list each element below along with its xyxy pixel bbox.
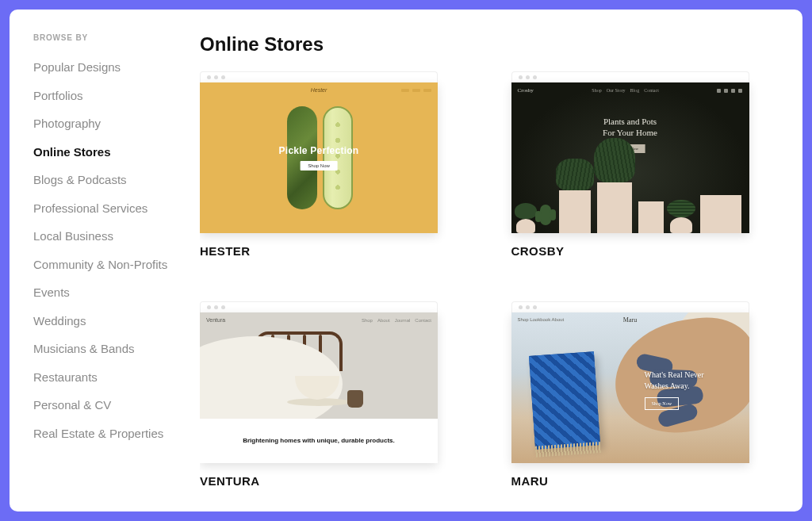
preview-headline: For Your Home [603,127,657,138]
sidebar-item[interactable]: Musicians & Bands [33,335,184,363]
preview-brand: Hester [311,87,327,93]
chrome-dot-icon [526,75,530,79]
sidebar-item[interactable]: Professional Services [33,194,184,223]
browser-chrome [511,71,749,82]
sidebar: BROWSE BY Popular DesignsPortfoliosPhoto… [33,33,200,511]
preview-menu: Shop Lookbook About [518,317,565,322]
sidebar-item[interactable]: Blogs & Podcasts [33,166,184,194]
preview-menu: Shop Our Story Blog Contact [592,88,659,93]
sidebar-item[interactable]: Weddings [33,307,184,335]
preview-headline: Washes Away. [645,381,732,392]
preview-nav: Hester [200,87,438,93]
preview-menu-item: Shop [362,318,373,323]
template-preview: Hester Pickle Perfection Shop Now [200,82,438,233]
preview-menu-item: Blog [630,88,640,93]
template-preview: Crosby Shop Our Story Blog Contact Plant… [511,82,749,233]
sidebar-item[interactable]: Events [33,278,184,307]
preview-cta-button: Shop Now [300,161,338,170]
sidebar-item[interactable]: Popular Designs [33,53,184,82]
sidebar-title: BROWSE BY [33,33,184,42]
preview-hero: What's Real Never Washes Away. Shop Now [645,370,732,410]
preview-menu-item: Shop [592,88,601,93]
preview-nav-icons [401,89,431,92]
sidebar-item[interactable]: Community & Non-Profits [33,251,184,279]
preview-tagline-bar: Brightening homes with unique, durable p… [200,419,438,463]
preview-menu-item: Contact [644,88,659,93]
preview-nav: Crosby Shop Our Story Blog Contact [518,87,743,94]
template-name: MARU [511,474,749,488]
chrome-dot-icon [519,305,523,309]
template-preview: Ventura Shop About Journal Contact [200,312,438,463]
preview-menu-item: Our Story [607,88,626,93]
template-card-ventura[interactable]: Ventura Shop About Journal Contact [200,301,438,488]
sidebar-list: Popular DesignsPortfoliosPhotographyOnli… [33,53,184,447]
preview-brand: Ventura [206,317,225,323]
preview-left-panel [511,333,630,463]
chrome-dot-icon [221,305,225,309]
sidebar-item[interactable]: Online Stores [33,138,184,167]
main: Online Stores Hester Pickle [200,33,779,511]
cup-image [347,390,363,408]
chrome-dot-icon [526,305,530,309]
sidebar-item[interactable]: Photography [33,109,184,138]
sidebar-item[interactable]: Real Estate & Properties [33,419,184,448]
browser-chrome [200,301,438,312]
preview-headline: What's Real Never [645,370,732,381]
template-name: VENTURA [200,474,438,488]
template-card-maru[interactable]: Shop Lookbook About Maru [511,301,749,488]
browser-chrome [200,71,438,82]
plants-shelf-image [511,171,749,233]
preview-menu: Shop About Journal Contact [362,318,431,323]
chrome-dot-icon [533,305,537,309]
page-title: Online Stores [200,33,779,56]
preview-nav: Ventura Shop About Journal Contact [206,317,431,323]
template-name: HESTER [200,244,438,258]
chrome-dot-icon [207,305,211,309]
template-name: CROSBY [511,244,749,258]
preview-menu-item: Shop [518,317,529,322]
preview-headline: Pickle Perfection [279,145,359,156]
chrome-dot-icon [519,75,523,79]
preview-menu-item: Journal [395,318,411,323]
template-card-hester[interactable]: Hester Pickle Perfection Shop Now HESTER [200,71,438,258]
preview-hero: Pickle Perfection Shop Now [279,145,359,170]
browser-chrome [511,301,749,312]
preview-menu-item: About [377,318,390,323]
sidebar-item[interactable]: Portfolios [33,82,184,110]
preview-right-panel: What's Real Never Washes Away. Shop Now [616,312,749,463]
preview-menu-item: Lookbook [530,317,550,322]
chrome-dot-icon [207,75,211,79]
preview-menu-item: About [552,317,565,322]
chrome-dot-icon [221,75,225,79]
sidebar-item[interactable]: Restaurants [33,363,184,392]
app-window: BROWSE BY Popular DesignsPortfoliosPhoto… [10,10,802,511]
chrome-dot-icon [214,305,218,309]
chrome-dot-icon [214,75,218,79]
template-grid: Hester Pickle Perfection Shop Now HESTER [200,71,779,488]
preview-headline: Plants and Pots [603,116,657,127]
preview-brand: Crosby [518,87,534,94]
preview-tagline: Brightening homes with unique, durable p… [243,436,395,445]
towel-image [528,351,599,449]
preview-cta-button: Shop Now [645,397,680,410]
sidebar-item[interactable]: Local Business [33,222,184,251]
template-preview: Shop Lookbook About Maru [511,312,749,463]
sidebar-item[interactable]: Personal & CV [33,391,184,419]
chrome-dot-icon [533,75,537,79]
template-card-crosby[interactable]: Crosby Shop Our Story Blog Contact Plant… [511,71,749,258]
preview-menu-item: Contact [415,318,431,323]
preview-social-icons [717,89,742,93]
